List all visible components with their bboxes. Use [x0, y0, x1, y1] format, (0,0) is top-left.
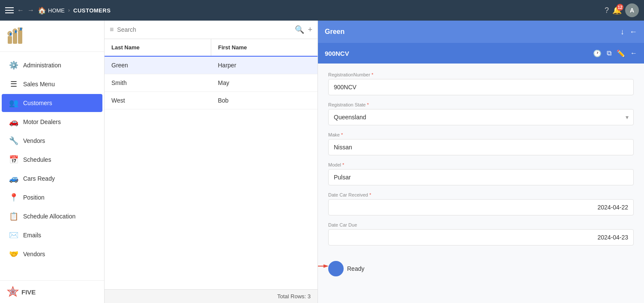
sales-icon: ☰	[9, 79, 19, 89]
date-due-input[interactable]	[328, 229, 634, 245]
sidebar-item-label: Emails	[23, 232, 41, 239]
hamburger-menu[interactable]	[5, 7, 14, 13]
col-header-lastname: Last Name	[105, 39, 211, 56]
date-received-input[interactable]	[328, 199, 634, 215]
app-logo-icon: 👤 👤 👤	[7, 27, 24, 45]
edit-button[interactable]: ✏️	[617, 49, 625, 58]
vendors2-icon: 🤝	[9, 249, 19, 259]
back-detail-button[interactable]: ←	[630, 49, 637, 58]
close-button[interactable]: ←	[629, 27, 637, 36]
field-date-car-due: Date Car Due	[328, 222, 634, 245]
motor-dealers-icon: 🚗	[9, 117, 19, 127]
sidebar-item-motor-dealers[interactable]: 🚗 Motor Dealers	[2, 113, 102, 131]
detail-sub-actions: 🕐 ⧉ ✏️ ←	[593, 49, 637, 58]
table-row[interactable]: Smith May	[105, 74, 318, 92]
breadcrumb-current: CUSTOMERS	[73, 7, 111, 14]
emails-icon: ✉️	[9, 230, 19, 240]
sidebar-item-sales-menu[interactable]: ☰ Sales Menu	[2, 75, 102, 93]
home-link[interactable]: 🏠 HOME	[38, 6, 65, 15]
sidebar-logo-area: 👤 👤 👤	[0, 21, 104, 52]
table-header: Last Name First Name	[105, 39, 318, 57]
sidebar-bottom: FIVE	[0, 280, 104, 303]
sidebar-item-administration[interactable]: ⚙️ Administration	[2, 56, 102, 74]
cars-ready-icon: 🚙	[9, 174, 19, 183]
svg-rect-2	[18, 30, 22, 44]
breadcrumb-sep: ›	[68, 7, 70, 13]
cell-lastname: Smith	[105, 74, 211, 91]
download-button[interactable]: ↓	[620, 27, 624, 36]
sidebar-item-emails[interactable]: ✉️ Emails	[2, 226, 102, 244]
sidebar-navigation: ⚙️ Administration ☰ Sales Menu 👥 Custome…	[0, 52, 104, 280]
search-input[interactable]	[117, 26, 291, 33]
reg-state-label: Registration State *	[328, 102, 634, 107]
notifications-button[interactable]: 🔔 12	[612, 6, 622, 15]
add-button[interactable]: +	[308, 25, 312, 34]
sidebar-item-label: Vendors	[23, 251, 45, 258]
schedules-icon: 📅	[9, 155, 19, 164]
sidebar-item-position[interactable]: 📍 Position	[2, 188, 102, 206]
ready-toggle[interactable]	[328, 261, 344, 276]
sidebar-item-customers[interactable]: 👥 Customers	[2, 94, 102, 112]
field-registration-number: RegistrationNumber *	[328, 72, 634, 95]
clock-button[interactable]: 🕐	[593, 49, 602, 58]
sidebar-item-label: Customers	[23, 100, 52, 106]
sidebar: 👤 👤 👤 ⚙️ Administration ☰ Sales Menu 👥 C…	[0, 21, 105, 303]
reg-number-title: 900NCV	[325, 50, 349, 57]
detail-header-sub: 900NCV 🕐 ⧉ ✏️ ←	[318, 43, 644, 64]
ready-toggle-container: Ready	[328, 261, 364, 276]
model-input[interactable]	[328, 169, 634, 185]
svg-text:👤: 👤	[9, 33, 12, 36]
brand-name: FIVE	[21, 288, 36, 296]
notification-badge: 12	[617, 4, 623, 11]
sidebar-item-vendors2[interactable]: 🤝 Vendors	[2, 245, 102, 263]
field-model: Model *	[328, 162, 634, 185]
sidebar-item-vendors[interactable]: 🔧 Vendors	[2, 132, 102, 150]
reg-number-input[interactable]	[328, 79, 634, 95]
customer-name-title: Green	[325, 28, 344, 36]
filter-icon: ≡	[110, 26, 114, 33]
copy-button[interactable]: ⧉	[607, 49, 611, 58]
gear-icon: ⚙️	[9, 61, 19, 70]
sidebar-item-label: Sales Menu	[23, 81, 55, 88]
detail-form-body: RegistrationNumber * Registration State …	[318, 64, 644, 303]
five-logo-icon	[7, 286, 19, 298]
make-input[interactable]	[328, 139, 634, 155]
cell-lastname: Green	[105, 57, 211, 74]
col-header-firstname: First Name	[211, 39, 318, 56]
sidebar-item-cars-ready[interactable]: 🚙 Cars Ready	[2, 170, 102, 188]
search-button[interactable]: 🔍	[295, 25, 304, 34]
list-footer: Total Rows: 3	[105, 289, 318, 303]
customers-icon: 👥	[9, 98, 19, 108]
sidebar-item-label: Position	[23, 194, 45, 201]
cell-firstname: Harper	[211, 57, 318, 74]
field-date-car-received: Date Car Received *	[328, 192, 634, 215]
back-button[interactable]: ←	[17, 6, 24, 14]
avatar[interactable]: A	[625, 3, 639, 17]
date-received-label: Date Car Received *	[328, 192, 634, 197]
forward-button[interactable]: →	[27, 6, 34, 14]
arrow-indicator	[318, 260, 328, 273]
help-button[interactable]: ?	[605, 6, 609, 15]
customer-table: Last Name First Name Green Harper Smith …	[105, 39, 318, 289]
cell-lastname: West	[105, 92, 211, 109]
date-due-label: Date Car Due	[328, 222, 634, 227]
sidebar-item-label: Administration	[23, 62, 61, 69]
table-row[interactable]: West Bob	[105, 92, 318, 109]
detail-top-actions: ↓ ←	[620, 27, 637, 36]
field-make: Make *	[328, 132, 634, 155]
sidebar-item-schedule-allocation[interactable]: 📋 Schedule Allocation	[2, 207, 102, 225]
make-label: Make *	[328, 132, 634, 137]
sidebar-item-label: Schedules	[23, 156, 51, 163]
total-rows-label: Total Rows: 3	[277, 293, 311, 300]
sidebar-item-label: Vendors	[23, 137, 45, 144]
table-row[interactable]: Green Harper	[105, 57, 318, 74]
detail-panel: Green ↓ ← 900NCV 🕐 ⧉ ✏️ ←	[318, 21, 644, 303]
svg-text:👤: 👤	[19, 27, 23, 31]
sidebar-item-schedules[interactable]: 📅 Schedules	[2, 151, 102, 169]
svg-rect-0	[8, 36, 12, 44]
reg-state-select[interactable]: Queensland New South Wales Victoria West…	[328, 109, 634, 125]
position-icon: 📍	[9, 193, 19, 202]
home-label: HOME	[48, 7, 65, 14]
reg-state-select-wrapper: Queensland New South Wales Victoria West…	[328, 109, 634, 125]
detail-header-top: Green ↓ ←	[318, 21, 644, 43]
